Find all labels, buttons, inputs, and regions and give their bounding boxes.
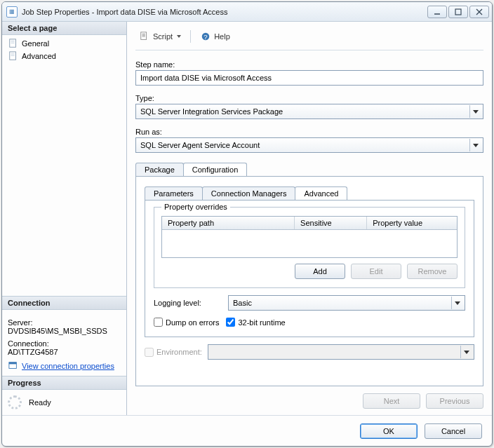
- progress-spinner-icon: [8, 395, 22, 409]
- col-sensitive[interactable]: Sensitive: [295, 217, 367, 229]
- window-title: Job Step Properties - Import data DISE v…: [22, 8, 427, 16]
- toolbar-separator: [190, 30, 191, 43]
- tab-connection-managers[interactable]: Connection Managers: [202, 186, 296, 200]
- app-icon: ▦: [6, 6, 18, 18]
- tab-advanced[interactable]: Advanced: [295, 186, 347, 200]
- page-icon: [8, 38, 19, 49]
- 32bit-runtime-checkbox[interactable]: 32-bit runtime: [226, 318, 285, 327]
- add-button[interactable]: Add: [295, 264, 345, 279]
- runas-combo[interactable]: SQL Server Agent Service Account: [135, 137, 483, 153]
- script-button[interactable]: Script: [135, 29, 185, 44]
- type-label: Type:: [135, 94, 483, 102]
- configuration-panel: Parameters Connection Managers Advanced …: [135, 176, 483, 386]
- chevron-down-icon: [451, 297, 463, 309]
- outer-tabs: Package Configuration: [135, 163, 483, 176]
- dump-on-errors-checkbox[interactable]: Dump on errors: [154, 318, 219, 327]
- svg-rect-10: [11, 54, 15, 55]
- svg-rect-5: [11, 41, 15, 41]
- sidebar-item-advanced[interactable]: Advanced: [5, 50, 124, 62]
- connection-label: Connection:: [8, 339, 121, 348]
- tab-package[interactable]: Package: [135, 163, 184, 176]
- progress-header: Progress: [2, 376, 126, 390]
- cancel-button[interactable]: Cancel: [425, 423, 482, 439]
- environment-label: Environment:: [156, 348, 202, 356]
- ok-button[interactable]: OK: [360, 423, 418, 439]
- advanced-panel: Property overrides Property path Sensiti…: [145, 200, 474, 337]
- logging-level-value: Basic: [233, 299, 252, 307]
- svg-rect-1: [455, 9, 461, 15]
- property-overrides-title: Property overrides: [161, 203, 230, 211]
- environment-checkbox[interactable]: Environment:: [145, 348, 202, 357]
- progress-status: Ready: [29, 398, 51, 407]
- environment-combo: [208, 344, 474, 360]
- script-icon: [139, 31, 150, 42]
- chevron-down-icon: [460, 346, 472, 358]
- content-panel: Script ? Help Step name: Type: SQL Serve…: [127, 22, 492, 415]
- page-icon: [8, 50, 19, 62]
- svg-rect-7: [11, 43, 15, 43]
- tab-parameters[interactable]: Parameters: [145, 186, 203, 200]
- type-combo-value: SQL Server Integration Services Package: [140, 107, 283, 116]
- sidebar-item-label: General: [22, 39, 49, 48]
- server-value: DVDSIB45\MS_MSBI_SSDS: [8, 327, 121, 335]
- logging-level-label: Logging level:: [154, 299, 221, 307]
- col-property-path[interactable]: Property path: [162, 217, 295, 229]
- maximize-button[interactable]: [448, 6, 468, 18]
- close-button[interactable]: [469, 6, 489, 18]
- step-name-input[interactable]: [135, 70, 483, 86]
- previous-button[interactable]: Previous: [426, 393, 483, 409]
- svg-rect-11: [11, 55, 15, 56]
- property-overrides-table[interactable]: Property path Sensitive Property value: [161, 216, 458, 258]
- svg-text:?: ?: [203, 33, 207, 41]
- svg-rect-14: [141, 32, 147, 40]
- dialog-footer: OK Cancel: [2, 415, 492, 446]
- remove-button[interactable]: Remove: [407, 264, 458, 279]
- edit-button[interactable]: Edit: [351, 264, 401, 279]
- inner-tabs: Parameters Connection Managers Advanced: [145, 186, 474, 200]
- svg-rect-9: [11, 53, 15, 54]
- svg-rect-6: [11, 41, 15, 42]
- logging-level-combo[interactable]: Basic: [228, 295, 465, 311]
- sidebar-header: Select a page: [2, 22, 126, 35]
- chevron-down-icon: [469, 139, 481, 151]
- svg-rect-13: [9, 362, 17, 365]
- toolbar: Script ? Help: [135, 27, 483, 50]
- help-icon: ?: [200, 31, 211, 42]
- connection-value: AD\TTZG4587: [8, 348, 121, 356]
- connection-header: Connection: [2, 297, 126, 310]
- next-button[interactable]: Next: [363, 393, 420, 409]
- view-connection-properties-link[interactable]: View connection properties: [22, 362, 114, 370]
- col-property-value[interactable]: Property value: [367, 217, 457, 229]
- help-button[interactable]: ? Help: [196, 29, 234, 44]
- minimize-button[interactable]: [427, 6, 447, 18]
- title-bar: ▦ Job Step Properties - Import data DISE…: [2, 2, 492, 22]
- server-label: Server:: [8, 318, 121, 327]
- chevron-down-icon: [469, 105, 481, 118]
- properties-icon: [8, 360, 19, 372]
- sidebar: Select a page General Advanced Connectio…: [2, 22, 127, 415]
- type-combo[interactable]: SQL Server Integration Services Package: [135, 104, 483, 119]
- runas-combo-value: SQL Server Agent Service Account: [140, 141, 260, 149]
- property-overrides-group: Property overrides Property path Sensiti…: [154, 207, 465, 288]
- sidebar-item-label: Advanced: [22, 52, 56, 60]
- chevron-down-icon: [177, 35, 181, 38]
- sidebar-item-general[interactable]: General: [5, 37, 124, 50]
- step-name-label: Step name:: [135, 60, 483, 69]
- runas-label: Run as:: [135, 128, 483, 136]
- tab-configuration[interactable]: Configuration: [183, 163, 247, 176]
